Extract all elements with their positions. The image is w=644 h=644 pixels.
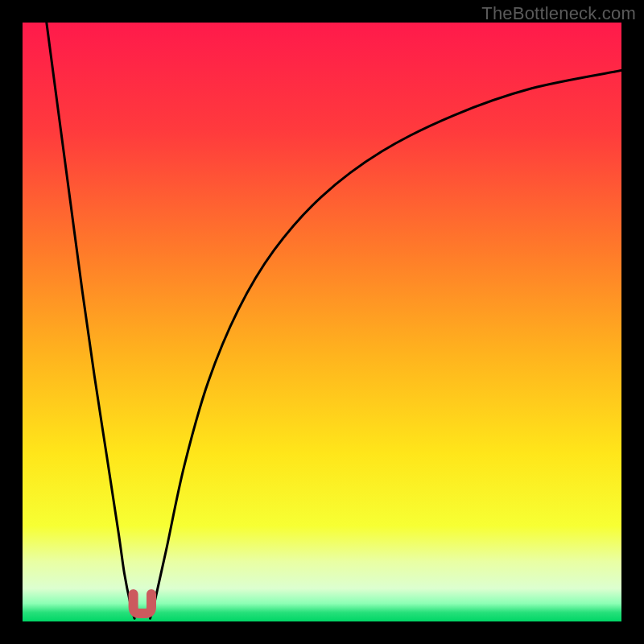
curve-right-branch [151,71,622,619]
plot-area [23,23,621,621]
bottleneck-curve [23,23,621,621]
chart-frame: TheBottleneck.com [0,0,644,644]
curve-left-branch [47,23,134,618]
minimum-marker [134,594,151,613]
watermark-text: TheBottleneck.com [481,3,636,24]
